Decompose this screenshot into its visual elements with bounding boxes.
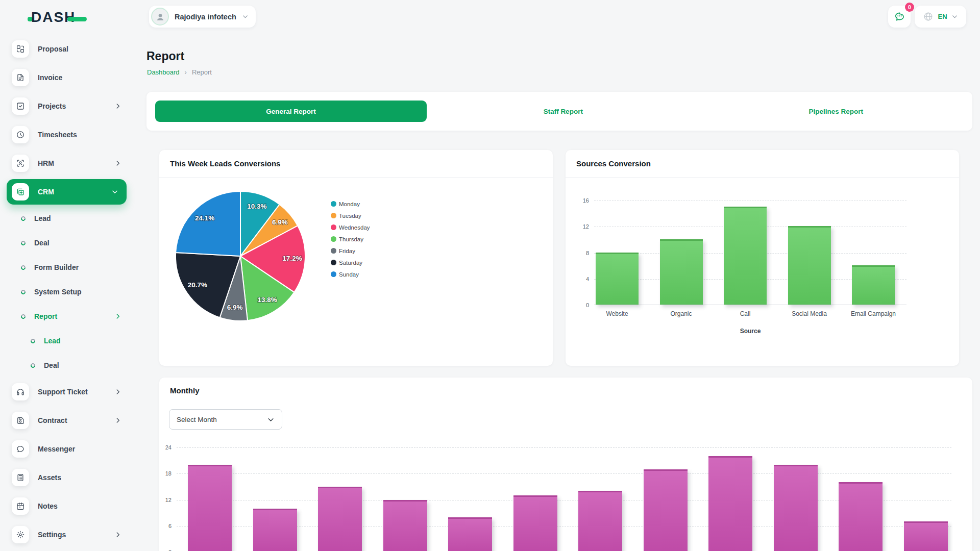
- chevron-down-icon: [951, 13, 958, 20]
- sidebar-item-crm[interactable]: CRM: [7, 179, 127, 205]
- sidebar-item-timesheets[interactable]: Timesheets: [0, 120, 131, 149]
- legend-dot-icon: [331, 271, 336, 277]
- breadcrumb: Dashboard › Report: [147, 68, 212, 76]
- sources-conversion-title: Sources Conversion: [566, 150, 959, 178]
- language-selector[interactable]: EN: [915, 6, 966, 28]
- legend-dot-icon: [331, 248, 336, 254]
- sidebar-item-deal[interactable]: Deal: [0, 353, 131, 378]
- pie-slice-sunday: [176, 191, 240, 256]
- bar-month-7: [578, 491, 622, 551]
- globe-icon: [923, 11, 934, 22]
- bullet-icon: [30, 362, 36, 369]
- bar-call: [724, 207, 767, 305]
- chevron-right-icon: [114, 313, 121, 320]
- x-axis-category-label: Social Media: [792, 310, 827, 317]
- notes-icon: [12, 497, 29, 515]
- settings-icon: [12, 526, 29, 543]
- invoice-icon: [12, 69, 29, 86]
- bar-website: [596, 253, 639, 305]
- legend-item-sunday: Sunday: [331, 268, 370, 280]
- bullet-icon: [20, 240, 27, 246]
- week-leads-card: This Week Leads Conversions 10.3%6.9%17.…: [159, 150, 553, 366]
- company-selector[interactable]: Rajodiya infotech: [149, 6, 256, 28]
- pie-value-label: 6.9%: [227, 304, 243, 311]
- sidebar-item-label: Messenger: [38, 445, 75, 453]
- sidebar-item-assets[interactable]: Assets: [0, 463, 131, 492]
- month-select[interactable]: Select Month: [169, 409, 282, 430]
- company-name: Rajodiya infotech: [175, 13, 236, 21]
- sidebar-item-settings[interactable]: Settings: [0, 520, 131, 549]
- monthly-card: Monthly Select Month 06121824: [159, 378, 972, 551]
- legend-label: Friday: [339, 248, 355, 254]
- sidebar-item-label: Proposal: [38, 45, 68, 53]
- sidebar-item-label: Contract: [38, 416, 67, 424]
- legend-label: Thursday: [339, 236, 363, 242]
- sidebar-item-lead[interactable]: Lead: [0, 329, 131, 353]
- hrm-icon: [12, 155, 29, 172]
- sources-bar-chart: Source 0481216WebsiteOrganicCallSocial M…: [594, 201, 906, 305]
- sidebar-item-label: Settings: [38, 531, 66, 539]
- sidebar-item-report[interactable]: Report: [0, 304, 131, 329]
- brand-logo[interactable]: DASH: [28, 9, 87, 26]
- tab-staff-report[interactable]: Staff Report: [544, 108, 583, 115]
- x-axis-category-label: Email Campaign: [851, 310, 896, 317]
- sidebar-item-notes[interactable]: Notes: [0, 492, 131, 520]
- gridline: [177, 447, 951, 448]
- sidebar-item-contract[interactable]: Contract: [0, 406, 131, 435]
- bar-social-media: [788, 226, 831, 305]
- y-axis-tick: 4: [586, 276, 589, 282]
- tab-general-report[interactable]: General Report: [155, 101, 427, 122]
- legend-label: Wednesday: [339, 224, 370, 231]
- sidebar-item-support-ticket[interactable]: Support Ticket: [0, 378, 131, 406]
- legend-label: Sunday: [339, 271, 359, 278]
- bar-month-4: [383, 500, 427, 551]
- breadcrumb-dashboard-link[interactable]: Dashboard: [147, 68, 180, 76]
- sidebar-item-messenger[interactable]: Messenger: [0, 435, 131, 463]
- x-axis-category-label: Call: [740, 310, 751, 317]
- sidebar-item-deal[interactable]: Deal: [0, 231, 131, 255]
- y-axis-tick: 8: [586, 250, 589, 256]
- pie-legend: MondayTuesdayWednesdayThursdayFridaySatu…: [331, 198, 370, 280]
- gridline: [177, 473, 951, 474]
- chevron-right-icon: [114, 103, 121, 110]
- sidebar-item-form-builder[interactable]: Form Builder: [0, 255, 131, 280]
- crm-icon: [12, 183, 29, 201]
- tab-pipelines-report[interactable]: Pipelines Report: [808, 108, 863, 115]
- sidebar-item-projects[interactable]: Projects: [0, 92, 131, 120]
- pie-value-label: 24.1%: [195, 214, 214, 222]
- sidebar-item-label: Assets: [38, 473, 61, 482]
- messages-button[interactable]: 0: [888, 6, 911, 28]
- bar-month-12: [904, 521, 948, 551]
- sidebar-item-label: Invoice: [38, 73, 62, 82]
- sidebar-item-proposal[interactable]: Proposal: [0, 35, 131, 63]
- chat-badge: 0: [905, 3, 914, 12]
- legend-item-monday: Monday: [331, 198, 370, 210]
- x-axis-category-label: Organic: [670, 310, 692, 317]
- pie-value-label: 20.7%: [188, 281, 207, 289]
- assets-icon: [12, 469, 29, 486]
- y-axis-tick: 18: [165, 470, 172, 477]
- chevron-down-icon: [242, 13, 249, 20]
- sidebar-item-label: System Setup: [34, 288, 82, 296]
- legend-dot-icon: [331, 201, 336, 207]
- bullet-icon: [20, 313, 27, 320]
- proposal-icon: [12, 40, 29, 58]
- sidebar-item-lead[interactable]: Lead: [0, 206, 131, 231]
- projects-icon: [12, 97, 29, 115]
- bar-month-9: [708, 456, 752, 551]
- pie-value-label: 17.2%: [282, 255, 302, 262]
- sidebar-item-system-setup[interactable]: System Setup: [0, 280, 131, 304]
- x-axis-title: Source: [740, 328, 761, 335]
- bar-month-10: [774, 465, 818, 551]
- chevron-right-icon: [114, 388, 121, 395]
- y-axis-tick: 0: [586, 302, 589, 308]
- gridline: [177, 500, 951, 500]
- bullet-icon: [30, 338, 36, 344]
- breadcrumb-separator: ›: [185, 68, 187, 76]
- sidebar-item-hrm[interactable]: HRM: [0, 149, 131, 178]
- x-axis-category-label: Website: [606, 310, 628, 317]
- legend-item-thursday: Thursday: [331, 233, 370, 245]
- sidebar-item-label: Lead: [44, 337, 61, 345]
- sidebar-item-label: Deal: [34, 239, 50, 247]
- sidebar-item-invoice[interactable]: Invoice: [0, 63, 131, 92]
